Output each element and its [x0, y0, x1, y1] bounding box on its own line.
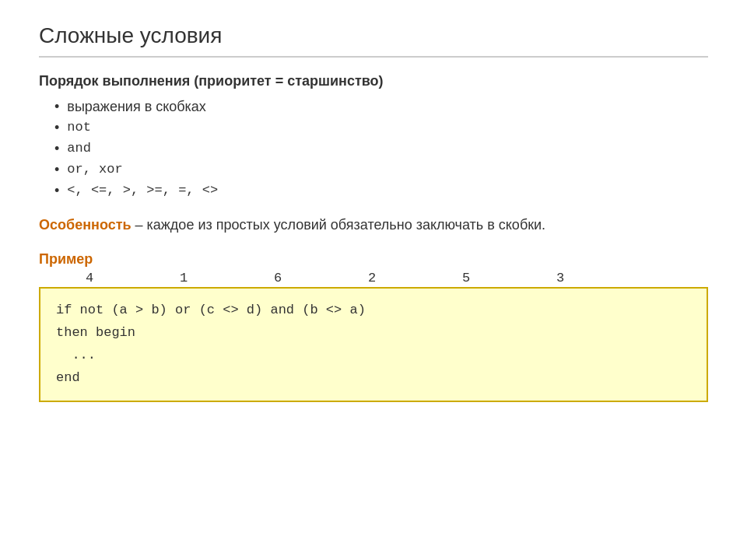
slide: Сложные условия Порядок выполнения (прио…: [0, 0, 747, 560]
list-item-code: <, <=, >, >=, =, <>: [67, 183, 218, 198]
code-line-3: ...: [56, 345, 691, 367]
code-line-2: then begin: [56, 322, 691, 345]
feature-highlight: Особенность: [39, 217, 132, 233]
list-item: not: [54, 120, 708, 136]
list-item-code: not: [67, 120, 91, 135]
list-item-code: or, xor: [67, 162, 122, 177]
title-divider: [39, 56, 708, 58]
slide-title: Сложные условия: [39, 23, 708, 48]
code-block: if not (a > b) or (c <> d) and (b <> a) …: [39, 287, 708, 402]
list-item: <, <=, >, >=, =, <>: [54, 183, 708, 199]
code-line-4: end: [56, 367, 691, 390]
list-item: выражения в скобках: [54, 99, 708, 115]
list-item-code: and: [67, 141, 91, 156]
list-item: and: [54, 141, 708, 157]
list-item: or, xor: [54, 162, 708, 178]
code-line-1: if not (a > b) or (c <> d) and (b <> a): [56, 299, 691, 322]
feature-rest: – каждое из простых условий обязательно …: [132, 217, 546, 233]
numbers-text: 4 1 6 2 5 3: [86, 271, 575, 285]
section1-heading: Порядок выполнения (приоритет = старшинс…: [39, 73, 708, 89]
list-item-text: выражения в скобках: [67, 99, 206, 115]
feature-paragraph: Особенность – каждое из простых условий …: [39, 215, 708, 236]
bullet-list: выражения в скобках not and or, xor <, <…: [54, 99, 708, 199]
example-label: Пример: [39, 251, 708, 268]
numbers-row: 4 1 6 2 5 3: [78, 271, 708, 285]
